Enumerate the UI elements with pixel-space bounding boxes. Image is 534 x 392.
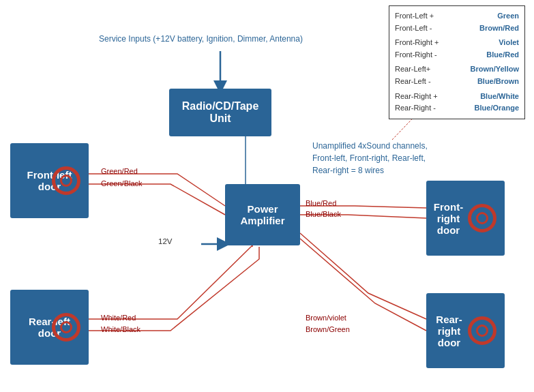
unamplified-label: Unamplified 4xSound channels,Front-left,…: [312, 140, 428, 177]
legend-rear-left-plus-value: Brown/Yellow: [470, 63, 519, 76]
legend-row-6: Rear-Left - Blue/Brown: [395, 76, 519, 88]
wire-label-white-black: White/Black: [101, 325, 140, 333]
legend-rear-right-plus-label: Rear-Right +: [395, 91, 438, 103]
radio-unit-label: Radio/CD/Tape Unit: [182, 100, 259, 125]
front-right-door-box: Front-right door: [426, 181, 505, 256]
rear-right-door-box: Rear-right door: [426, 293, 505, 368]
legend-row-2: Front-Left - Brown/Red: [395, 22, 519, 35]
service-inputs-label: Service Inputs (+12V battery, Ignition, …: [99, 33, 303, 45]
legend-front-left-minus-value: Brown/Red: [479, 22, 519, 35]
amplifier-box: Power Amplifier: [225, 184, 300, 245]
legend-row-3: Front-Right + Violet: [395, 37, 519, 49]
wire-label-blue-red: Blue/Red: [306, 199, 336, 207]
radio-unit-box: Radio/CD/Tape Unit: [169, 89, 271, 136]
legend-front-right-plus-label: Front-Right +: [395, 37, 439, 49]
amplifier-label: Power Amplifier: [240, 203, 284, 226]
legend-front-right-minus-label: Front-Right -: [395, 49, 437, 61]
legend-front-left-minus-label: Front-Left -: [395, 22, 432, 35]
front-left-door-box: Front-left door: [10, 143, 89, 218]
legend-row-5: Rear-Left+ Brown/Yellow: [395, 63, 519, 76]
legend-rear-left-minus-label: Rear-Left -: [395, 76, 431, 88]
legend-rear-right-plus-value: Blue/White: [480, 91, 519, 103]
legend-rear-left-plus-label: Rear-Left+: [395, 63, 430, 76]
legend-front-left-plus-label: Front-Left +: [395, 10, 434, 22]
legend-row-1: Front-Left + Green: [395, 10, 519, 22]
legend-box: Front-Left + Green Front-Left - Brown/Re…: [389, 5, 525, 119]
legend-rear-right-minus-value: Blue/Orange: [475, 102, 519, 115]
wire-label-brown-green: Brown/Green: [306, 325, 350, 333]
rear-left-door-box: Rear-left door: [10, 290, 89, 365]
legend-rear-left-minus-value: Blue/Brown: [477, 76, 519, 88]
legend-row-8: Rear-Right - Blue/Orange: [395, 102, 519, 115]
legend-front-left-plus-value: Green: [497, 10, 519, 22]
legend-row-7: Rear-Right + Blue/White: [395, 91, 519, 103]
legend-rear-right-minus-label: Rear-Right -: [395, 102, 436, 115]
wire-label-blue-black: Blue/Black: [306, 210, 341, 218]
wire-label-green-red: Green/Red: [101, 167, 138, 175]
legend-front-right-minus-value: Blue/Red: [486, 49, 519, 61]
wire-label-brown-violet: Brown/violet: [306, 314, 346, 322]
wire-label-green-black: Green/Black: [101, 179, 143, 187]
wire-label-white-red: White/Red: [101, 314, 136, 322]
legend-front-right-plus-value: Violet: [499, 37, 519, 49]
diagram-container: Radio/CD/Tape Unit Power Amplifier Front…: [0, 0, 534, 392]
legend-row-4: Front-Right - Blue/Red: [395, 49, 519, 61]
label-12v: 12V: [158, 237, 172, 245]
